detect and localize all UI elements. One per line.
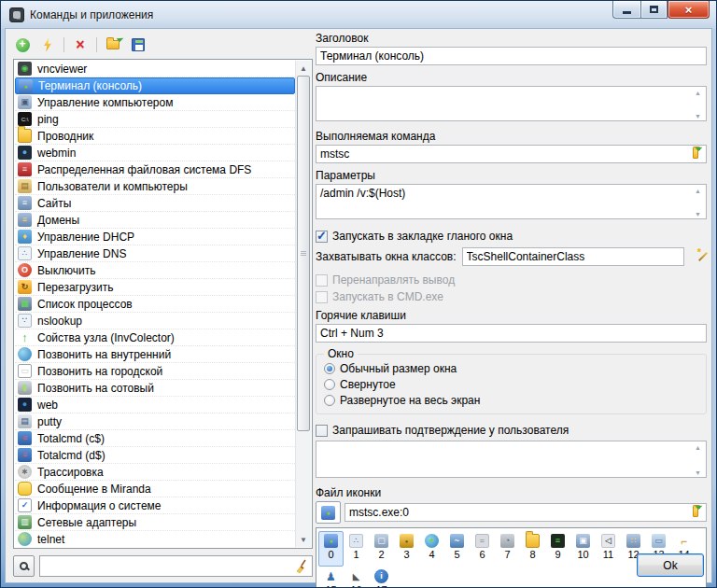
list-item[interactable]: ▤Пользователи и компьютеры [15, 178, 295, 195]
list-item[interactable]: OВыключить [15, 262, 295, 279]
window-mode-radio[interactable]: Свернутое [324, 376, 698, 392]
list-item[interactable]: ≡Totalcmd (c$) [15, 430, 295, 447]
confirm-text-input[interactable] [316, 441, 707, 478]
list-item[interactable]: ≡Totalcmd (d$) [15, 447, 295, 464]
params-input[interactable]: /admin /v:$(Host) [316, 184, 707, 219]
list-item[interactable]: ∗Трассировка [15, 464, 295, 481]
list-item-label: Домены [37, 214, 79, 227]
icon-grid-cell[interactable]: ▢2 [369, 531, 394, 567]
putty-icon: ▤ [18, 414, 32, 428]
icon-grid-cell[interactable]: ◁11 [596, 531, 621, 567]
list-item[interactable]: Сообщение в Miranda [15, 481, 295, 497]
search-button[interactable] [13, 555, 35, 577]
list-item[interactable]: ▦Список процессов [15, 296, 295, 313]
confirm-checkbox[interactable]: Запрашивать подтверждение у пользователя [316, 424, 707, 437]
icon-grid-cell[interactable]: ▣10 [570, 531, 596, 567]
list-item[interactable]: ●web [15, 397, 295, 413]
hotkeys-input[interactable] [316, 324, 707, 343]
list-item[interactable]: Позвонить на внутренний [15, 346, 295, 363]
list-item[interactable]: ▣Управление компьютером [15, 94, 295, 111]
run-in-tab-checkbox[interactable]: Запускать в закладке гланого окна [316, 230, 707, 243]
scrollbar-up-button[interactable]: ▲ [296, 61, 311, 76]
list-item-label: Список процессов [37, 298, 133, 311]
miranda-icon [18, 482, 32, 496]
list-item-label: web [37, 399, 58, 412]
icon-grid-cell[interactable]: i17 [369, 567, 394, 588]
add-run-command-button[interactable] [38, 35, 57, 54]
icon-grid-cell[interactable]: 8 [520, 531, 545, 567]
selected-icon-button[interactable]: ● [316, 501, 341, 524]
computer-phone-icon: ▢ [374, 534, 388, 548]
list-item[interactable]: ◉vncviewer [15, 61, 295, 77]
list-item[interactable]: ∵nslookup [15, 313, 295, 329]
list-item-label: putty [37, 415, 62, 428]
redirect-output-checkbox[interactable]: Перенаправлять вывод [316, 273, 707, 287]
icon-grid-cell[interactable]: ≡9 [545, 531, 570, 567]
textarea-scroll-arrows[interactable]: ▲▼ [693, 188, 703, 217]
search-input[interactable] [43, 558, 294, 575]
textarea-scroll-arrows[interactable]: ▲▼ [693, 444, 703, 476]
run-in-cmd-checkbox[interactable]: Запускать в CMD.exe [316, 290, 707, 303]
list-item[interactable]: ≡Сайты [15, 195, 295, 212]
trace-icon: ∗ [18, 465, 32, 479]
list-item[interactable]: ∴Управление DNS [15, 245, 295, 262]
titlebar[interactable]: Команды и приложения [1, 1, 716, 28]
window-mode-group: Окно Обычный размер окнаСвернутоеРазверн… [316, 354, 707, 414]
scrollbar-track[interactable] [296, 76, 311, 532]
list-item[interactable]: ▮Позвонить на сотовый [15, 380, 295, 397]
list-item[interactable]: ✓Информация о системе [15, 497, 295, 514]
icon-file-input[interactable] [344, 503, 707, 522]
dual-monitors-icon: ▣ [576, 534, 590, 548]
list-item[interactable]: telnet [15, 531, 295, 547]
icon-grid-cell[interactable]: =6 [470, 531, 495, 567]
scrollbar-down-button[interactable]: ▼ [296, 532, 311, 547]
list-item[interactable]: ●webmin [15, 145, 295, 161]
icon-grid-cell[interactable]: ●0 [318, 531, 344, 567]
list-item-label: Трассировка [37, 466, 104, 479]
icon-grid-cell[interactable]: +4 [419, 531, 444, 567]
minimize-button[interactable] [612, 1, 640, 19]
icon-grid-cell[interactable]: ∴1 [344, 531, 369, 567]
list-item[interactable]: ▤putty [15, 413, 295, 430]
list-item[interactable]: ↑Сойства узла (InvColector) [15, 329, 295, 346]
description-input[interactable] [316, 86, 707, 121]
browse-command-button[interactable] [687, 147, 704, 161]
list-item[interactable]: ↻Перезагрузить [15, 279, 295, 296]
list-item[interactable]: ≡Домены [15, 212, 295, 229]
ok-button[interactable]: Ok [637, 553, 704, 577]
shutdown-icon: O [18, 263, 32, 277]
browse-icon-file-button[interactable] [687, 505, 704, 520]
list-item[interactable]: ▥Сетевые адаптеры [15, 514, 295, 531]
icon-file-label: Файл иконки [316, 486, 707, 499]
list-item[interactable]: ▭Позвонить на городской [15, 363, 295, 380]
command-input[interactable] [316, 145, 707, 163]
delete-command-button[interactable]: × [71, 35, 90, 54]
import-button[interactable] [104, 35, 122, 54]
icon-grid-cell[interactable]: ~5 [444, 531, 470, 567]
window-mode-radio[interactable]: Развернутое на весь экран [324, 392, 698, 408]
lamp-icon: ◣ [349, 569, 363, 583]
icon-grid-cell[interactable]: ◔7 [495, 531, 520, 567]
list-item[interactable]: ●Терминал (консоль) [15, 77, 295, 94]
add-command-button[interactable]: + [13, 35, 32, 54]
save-button[interactable] [129, 35, 148, 54]
broom-icon[interactable] [294, 559, 309, 574]
textarea-scroll-arrows[interactable]: ▲▼ [693, 90, 703, 119]
window-mode-radio[interactable]: Обычный размер окна [324, 360, 698, 376]
list-item[interactable]: ≡Распределенная файловая система DFS [15, 161, 295, 178]
title-input[interactable] [316, 47, 707, 65]
list-item[interactable]: Проводник [15, 128, 295, 145]
icon-grid-cell[interactable]: ◣16 [344, 567, 369, 588]
list-item[interactable]: ♦Управление DHCP [15, 229, 295, 245]
icon-grid-cell[interactable]: ♟15 [318, 567, 344, 588]
capture-class-input[interactable] [462, 247, 684, 266]
close-button[interactable]: × [668, 1, 710, 19]
totalcmd-icon: ≡ [18, 431, 32, 445]
list-item[interactable]: C:\ping [15, 111, 295, 128]
list-item-label: Сообщение в Miranda [37, 483, 151, 496]
scrollbar-thumb[interactable] [297, 76, 310, 431]
icon-grid-cell[interactable]: ●3 [394, 531, 419, 567]
pick-window-class-button[interactable] [690, 249, 707, 264]
confirm-label: Запрашивать подтверждение у пользователя [332, 424, 569, 437]
maximize-button[interactable] [640, 1, 668, 19]
